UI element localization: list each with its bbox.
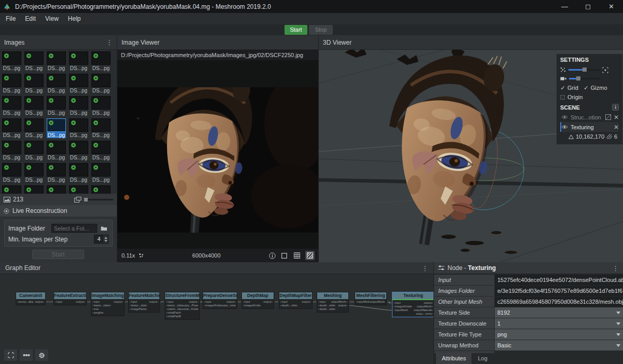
- image-thumbnail[interactable]: DS...pg: [69, 51, 90, 73]
- output-port[interactable]: output: [35, 300, 44, 304]
- input-port[interactable]: input: [204, 300, 211, 304]
- attribute-dropdown[interactable]: png: [495, 329, 623, 340]
- output-port[interactable]: extraI...Folder: [182, 307, 198, 311]
- no-texture-icon[interactable]: [605, 114, 611, 120]
- image-thumbnail[interactable]: DS...pg: [47, 74, 68, 96]
- image-thumbnail[interactable]: DS...pg: [91, 74, 113, 96]
- input-port[interactable]: inputMesh: [356, 300, 370, 304]
- image-thumbnail[interactable]: DS...pg: [69, 74, 90, 96]
- output-port[interactable]: output: [149, 300, 158, 304]
- maximize-button[interactable]: ◻: [576, 0, 600, 13]
- image-thumbnail[interactable]: DS...pg: [2, 74, 23, 96]
- image-thumbnail[interactable]: DS...pg: [2, 141, 23, 163]
- image-thumbnail[interactable]: DS...pg: [69, 185, 90, 194]
- image-thumbnail[interactable]: DS...pg: [24, 185, 46, 194]
- input-port[interactable]: match...lders: [166, 307, 182, 311]
- graph-node-featureextraction[interactable]: FeatureExtractioninputoutput: [53, 292, 87, 305]
- live-start-button[interactable]: Start: [32, 250, 84, 259]
- grid-checkbox[interactable]: ✓: [560, 85, 565, 91]
- menu-help[interactable]: Help: [63, 13, 86, 24]
- input-port[interactable]: depth...older: [280, 304, 297, 307]
- graph-node-structurefrommotion[interactable]: StructureFromMotioninputoutputfeatur...o…: [165, 292, 200, 320]
- tab-log[interactable]: Log: [472, 353, 493, 364]
- image-thumbnail[interactable]: DS...pg: [69, 141, 90, 163]
- graph-node-preparedensescene[interactable]: PrepareDenseSceneinputoutputimagesFolder…: [202, 292, 237, 309]
- graph-menu-icon[interactable]: ⋮: [422, 265, 428, 272]
- gizmo-label[interactable]: Gizmo: [591, 85, 607, 91]
- output-port[interactable]: outputMesh: [331, 300, 347, 304]
- output-port[interactable]: outputMaterial: [414, 308, 433, 312]
- scene-item-texturing[interactable]: Texturing ✕: [560, 122, 619, 132]
- scene-info-icon[interactable]: [612, 104, 619, 111]
- image-thumbnail[interactable]: DS...pg: [2, 163, 23, 185]
- image-thumbnail[interactable]: DS...pg: [2, 51, 23, 73]
- tab-attributes[interactable]: Attributes: [436, 353, 471, 364]
- focus-icon[interactable]: [602, 67, 608, 73]
- origin-checkbox[interactable]: [560, 95, 565, 100]
- output-port[interactable]: output: [263, 300, 273, 304]
- input-port[interactable]: input: [130, 300, 137, 304]
- point-size-slider[interactable]: [568, 69, 600, 71]
- camera-size-slider[interactable]: [569, 78, 600, 79]
- attribute-dropdown[interactable]: Basic: [495, 340, 623, 350]
- input-port[interactable]: input: [55, 300, 62, 304]
- graph-node-meshing[interactable]: MeshinginputoutputMeshdepth...olderoutpu…: [317, 292, 349, 313]
- image-thumbnail[interactable]: DS...pg: [24, 118, 46, 140]
- visibility-eye-icon[interactable]: [561, 115, 568, 119]
- input-port[interactable]: featur...olders: [166, 304, 182, 307]
- input-port[interactable]: input: [92, 300, 100, 304]
- image-thumbnail[interactable]: DS...pg: [91, 51, 113, 73]
- info-icon[interactable]: [269, 252, 276, 259]
- graph-node-depthmapfilter[interactable]: DepthMapFilterinputoutputdepth...older: [279, 292, 313, 309]
- visibility-eye-icon[interactable]: [561, 125, 568, 129]
- input-port[interactable]: initialPairA: [166, 311, 181, 315]
- graph-node-featurematching[interactable]: FeatureMatchinginputoutputfeatur...older…: [128, 292, 160, 313]
- remove-media-icon[interactable]: ✕: [614, 124, 619, 131]
- gizmo-checkbox[interactable]: ✓: [584, 85, 589, 91]
- menu-edit[interactable]: Edit: [20, 13, 40, 24]
- browse-folder-button[interactable]: [99, 224, 109, 233]
- image-thumbnail[interactable]: DS...pg: [24, 163, 46, 185]
- image-thumbnail[interactable]: DS...pg: [91, 163, 113, 185]
- input-port[interactable]: input: [394, 301, 401, 305]
- output-port[interactable]: output: [424, 301, 433, 305]
- image-thumbnail[interactable]: DS...pg: [24, 96, 46, 118]
- input-port[interactable]: imagesFolder: [394, 305, 412, 308]
- input-port[interactable]: depth...older: [318, 304, 335, 307]
- input-port[interactable]: input: [318, 300, 326, 304]
- images-menu-icon[interactable]: ⋮: [106, 39, 113, 46]
- input-port[interactable]: inputMesh: [394, 308, 408, 312]
- output-port[interactable]: output: [226, 300, 236, 304]
- input-port[interactable]: tree: [92, 307, 99, 311]
- pixel-ratio-icon[interactable]: [139, 253, 144, 258]
- image-thumbnail[interactable]: DS...pg: [2, 185, 23, 194]
- image-thumbnail[interactable]: DS...pg: [69, 96, 90, 118]
- live-reconstruction-header[interactable]: Live Reconstruction: [0, 205, 117, 217]
- output-port[interactable]: outpu...Poses: [182, 304, 198, 307]
- texture-overlay-button[interactable]: [305, 251, 315, 260]
- image-thumbnail[interactable]: DS...pg: [24, 74, 46, 96]
- start-button[interactable]: Start: [285, 25, 307, 35]
- photo-view[interactable]: [117, 87, 319, 233]
- image-thumbnail[interactable]: DS...pg: [91, 96, 113, 118]
- attribute-text-field[interactable]: c2659869a659845807950d008e31c328/mesh.ob…: [495, 296, 623, 307]
- output-port[interactable]: output: [189, 300, 198, 304]
- input-port[interactable]: depth...older: [318, 307, 335, 311]
- output-port[interactable]: outpu...tures: [416, 312, 433, 316]
- node-chain-button[interactable]: [20, 349, 33, 361]
- image-thumbnail[interactable]: DS...pg: [47, 163, 68, 185]
- attribute-dropdown[interactable]: 1: [495, 318, 623, 329]
- input-port[interactable]: input: [280, 300, 288, 304]
- graph-node-camerainit[interactable]: CameraInitsenso...abaseoutput: [16, 292, 46, 305]
- input-port[interactable]: featur...olders: [92, 304, 111, 307]
- image-thumbnail[interactable]: DS...pg: [47, 96, 68, 118]
- minimize-button[interactable]: —: [553, 0, 576, 13]
- input-port[interactable]: featur...olders: [130, 304, 147, 307]
- origin-label[interactable]: Origin: [567, 94, 583, 100]
- image-thumbnail[interactable]: DS...pg: [69, 163, 90, 185]
- image-thumbnail[interactable]: DS...pg: [91, 185, 113, 194]
- thumbnail-size-slider[interactable]: [84, 199, 113, 200]
- graph-node-imagematching[interactable]: ImageMatchinginputoutputfeatur...olderst…: [91, 292, 125, 316]
- fit-view-button[interactable]: [279, 251, 289, 260]
- image-thumbnail[interactable]: DS...pg: [91, 141, 113, 163]
